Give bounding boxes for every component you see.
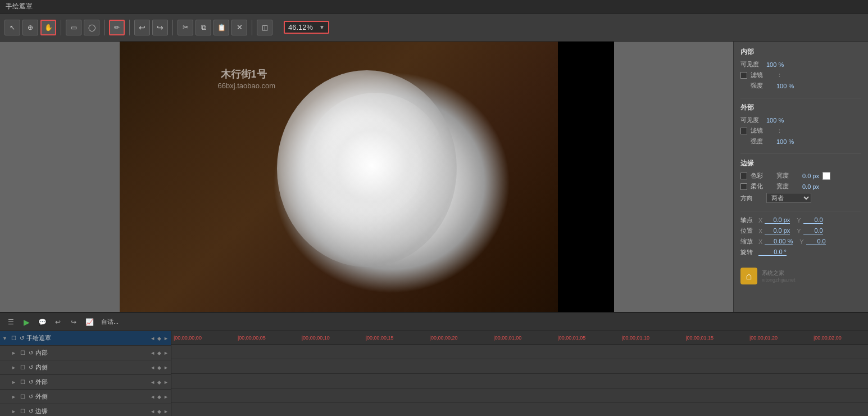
hand-tool-button[interactable]: ✋ [40,20,56,35]
layer-key-btn-outer-side[interactable]: ◆ [157,394,161,400]
edge-color-swatch[interactable] [822,172,830,180]
layer-next-btn-outer[interactable]: ► [163,379,169,385]
ruler-mark-0: |00;00;00;00 [174,335,202,341]
layer-prev-btn-inner-side[interactable]: ◄ [150,365,155,370]
edge-section: 边缘 色彩 宽度 0.0 px 柔化 宽度 0.0 px 方向 两者 [740,159,861,203]
logo-brand: 系统之家 [762,269,796,277]
pivot-label: 轴点 [740,216,756,224]
layer-prev-btn-inner[interactable]: ◄ [150,350,155,356]
layer-controls-mask: ◄ ◆ ► [150,336,169,341]
position-row: 位置 X 0.0 px Y 0.0 [740,227,861,235]
zoom-dropdown-icon[interactable]: ▼ [319,24,325,30]
layer-expand-icon-outer[interactable]: ► [11,379,18,385]
timeline-menu-button[interactable]: ☰ [4,316,17,328]
paste-button[interactable]: 📋 [213,20,229,35]
layer-item-outer[interactable]: ► ☐ ↺ 外部 ◄ ◆ ► [0,375,171,390]
layer-next-btn-mask[interactable]: ► [163,336,169,341]
layer-next-btn-outer-side[interactable]: ► [163,394,169,400]
layer-name-outer-side: 外侧 [35,392,148,401]
layer-item-edge[interactable]: ► ☐ ↺ 边缘 ◄ ◆ ► [0,404,171,416]
outer-filter-checkbox[interactable] [740,128,747,134]
layer-expand-icon[interactable]: ▼ [2,336,9,341]
layer-checkbox-edge[interactable]: ☐ [20,408,25,414]
layer-key-btn-inner-side[interactable]: ◆ [157,365,161,370]
layer-item-mask[interactable]: ▼ ☐ ↺ 手绘遮罩 ◄ ◆ ► [0,331,171,346]
layer-expand-icon-edge[interactable]: ► [11,409,18,414]
play-button[interactable]: ▶ [20,316,33,328]
logo-section: ⌂ 系统之家 xitongzhijia.net [740,268,861,284]
layer-prev-btn-outer-side[interactable]: ◄ [150,394,155,400]
layer-prev-btn-mask[interactable]: ◄ [150,336,155,341]
prev-frame-button[interactable]: ↩ [52,316,64,328]
inner-section: 内部 可见度 100 % 滤镜 ： 强度 100 % [740,47,861,90]
inner-filter-colon: ： [776,71,783,79]
separator-2 [104,20,104,35]
layer-name-edge: 边缘 [35,407,148,415]
ruler-mark-10: |00;00;02;00 [814,335,842,341]
layer-checkbox-outer-side[interactable]: ☐ [20,394,25,400]
rect-tool-button[interactable]: ▭ [66,20,81,35]
inner-section-title: 内部 [740,47,861,57]
outer-strength-row: 强度 100 % [740,137,861,146]
layer-name-inner: 内部 [35,349,148,357]
zoom-display[interactable]: 46.12% ▼ [284,21,329,34]
separator-3 [129,20,130,35]
layer-prev-btn-outer[interactable]: ◄ [150,379,155,385]
pivot-y-value: 0.0 [803,216,823,224]
cut-button[interactable]: ✂ [178,20,193,35]
layer-next-btn-inner[interactable]: ► [163,350,169,356]
timeline-mode-label: 自话... [101,318,119,326]
track-row-mask [171,345,868,359]
layer-next-btn-edge[interactable]: ► [163,409,169,414]
app-title: 手绘遮罩 [6,2,33,11]
layer-controls-inner-side: ◄ ◆ ► [150,365,169,370]
layer-expand-icon-inner[interactable]: ► [11,350,18,356]
edge-soften-checkbox[interactable] [740,183,747,190]
track-row-inner [171,359,868,374]
inner-filter-checkbox[interactable] [740,72,747,79]
layer-controls-inner: ◄ ◆ ► [150,350,169,356]
logo-icon: ⌂ [740,268,757,284]
mode-button[interactable]: ◫ [257,20,272,35]
layer-key-btn-mask[interactable]: ◆ [157,336,161,341]
layer-checkbox-inner[interactable]: ☐ [20,350,25,356]
edge-direction-select[interactable]: 两者 [766,193,811,203]
layer-next-btn-inner-side[interactable]: ► [163,365,169,370]
pen-tool-button[interactable]: ✏ [109,20,125,35]
layer-key-btn-outer[interactable]: ◆ [157,379,161,385]
redo-icon: ↪ [157,23,163,32]
prev-frame-icon: ↩ [55,318,61,326]
layer-checkbox-mask[interactable]: ☐ [11,335,16,341]
edge-color-checkbox[interactable] [740,173,747,179]
redo-button[interactable]: ↪ [152,20,168,35]
graph-button[interactable]: 📈 [83,316,96,328]
zoom-input[interactable]: 46.12% [288,23,319,31]
cut-icon: ✂ [183,23,189,31]
ruler-mark-1: |00;00;00;05 [238,335,266,341]
zoom-icon: ⊕ [28,24,33,31]
layer-controls-edge: ◄ ◆ ► [150,409,169,414]
layer-expand-icon-outer-side[interactable]: ► [11,394,18,400]
copy-button[interactable]: ⧉ [196,20,211,35]
layer-prev-btn-edge[interactable]: ◄ [150,409,155,414]
zoom-tool-button[interactable]: ⊕ [22,20,38,35]
loop-button[interactable]: 💬 [36,316,48,328]
undo-button[interactable]: ↩ [134,20,150,35]
layer-checkbox-outer[interactable]: ☐ [20,379,25,385]
layer-item-inner-side[interactable]: ► ☐ ↺ 内侧 ◄ ◆ ► [0,360,171,375]
inner-visibility-value: 100 % [766,61,784,68]
select-tool-button[interactable]: ↖ [4,20,20,35]
layer-expand-icon-inner-side[interactable]: ► [11,365,18,370]
scale-x-label: X [758,238,762,245]
canvas-image: 木行街1号 66bxj.taobao.com [120,42,614,312]
layer-key-btn-edge[interactable]: ◆ [157,409,161,414]
next-frame-button[interactable]: ↪ [67,316,80,328]
layer-key-btn-inner[interactable]: ◆ [157,350,161,356]
delete-button[interactable]: ✕ [231,20,247,35]
layer-item-inner[interactable]: ► ☐ ↺ 内部 ◄ ◆ ► [0,346,171,360]
layer-name-inner-side: 内侧 [35,363,148,372]
ruler-mark-5: |00;00;01;00 [493,335,521,341]
layer-item-outer-side[interactable]: ► ☐ ↺ 外侧 ◄ ◆ ► [0,390,171,404]
ellipse-tool-button[interactable]: ◯ [84,20,99,35]
layer-checkbox-inner-side[interactable]: ☐ [20,364,25,370]
